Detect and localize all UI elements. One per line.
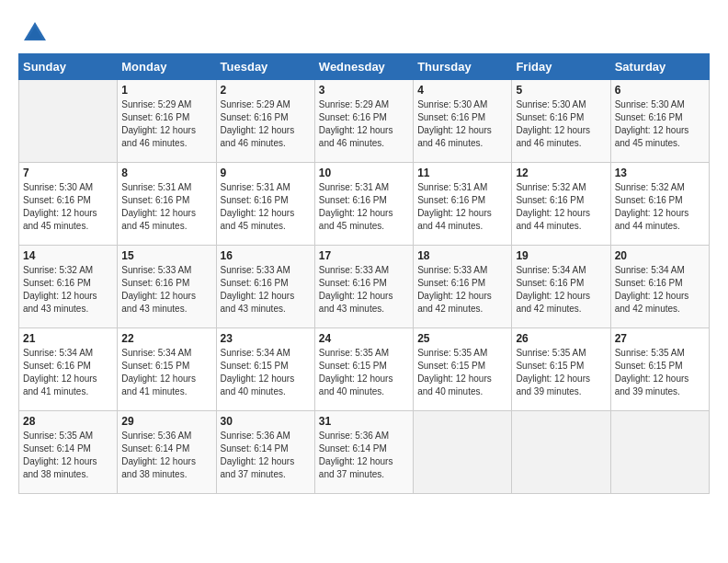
day-number: 24 <box>319 332 409 345</box>
day-number: 14 <box>23 249 113 262</box>
day-of-week-header: Wednesday <box>314 54 413 80</box>
header-row: SundayMondayTuesdayWednesdayThursdayFrid… <box>19 54 710 80</box>
day-number: 17 <box>319 249 409 262</box>
day-of-week-header: Monday <box>118 54 216 80</box>
calendar-cell: 8 Sunrise: 5:31 AMSunset: 6:16 PMDayligh… <box>118 163 216 246</box>
calendar-week-row: 7 Sunrise: 5:30 AMSunset: 6:16 PMDayligh… <box>19 163 710 246</box>
day-number: 18 <box>417 249 507 262</box>
day-number: 3 <box>319 84 409 97</box>
calendar-cell: 19 Sunrise: 5:34 AMSunset: 6:16 PMDaylig… <box>512 246 610 328</box>
calendar-cell: 15 Sunrise: 5:33 AMSunset: 6:16 PMDaylig… <box>118 246 216 328</box>
day-info: Sunrise: 5:36 AMSunset: 6:14 PMDaylight:… <box>319 430 409 481</box>
day-info: Sunrise: 5:36 AMSunset: 6:14 PMDaylight:… <box>121 430 211 481</box>
day-info: Sunrise: 5:35 AMSunset: 6:15 PMDaylight:… <box>319 347 409 398</box>
calendar-cell: 6 Sunrise: 5:30 AMSunset: 6:16 PMDayligh… <box>610 80 709 163</box>
calendar-week-row: 14 Sunrise: 5:32 AMSunset: 6:16 PMDaylig… <box>19 246 710 328</box>
day-info: Sunrise: 5:34 AMSunset: 6:16 PMDaylight:… <box>23 347 113 398</box>
calendar-cell: 4 Sunrise: 5:30 AMSunset: 6:16 PMDayligh… <box>414 80 512 163</box>
calendar-cell: 31 Sunrise: 5:36 AMSunset: 6:14 PMDaylig… <box>314 411 413 494</box>
day-of-week-header: Saturday <box>610 54 709 80</box>
day-number: 10 <box>319 167 409 179</box>
day-number: 31 <box>319 415 409 428</box>
calendar-cell <box>414 411 512 494</box>
calendar-cell: 11 Sunrise: 5:31 AMSunset: 6:16 PMDaylig… <box>414 163 512 246</box>
calendar-cell: 28 Sunrise: 5:35 AMSunset: 6:14 PMDaylig… <box>19 411 118 494</box>
day-number: 9 <box>221 167 311 179</box>
day-number: 30 <box>221 415 311 428</box>
day-info: Sunrise: 5:35 AMSunset: 6:15 PMDaylight:… <box>615 347 705 398</box>
day-number: 27 <box>615 332 705 345</box>
day-of-week-header: Thursday <box>414 54 512 80</box>
day-info: Sunrise: 5:35 AMSunset: 6:15 PMDaylight:… <box>417 347 507 398</box>
logo-icon <box>20 18 50 48</box>
day-number: 13 <box>615 167 705 179</box>
day-info: Sunrise: 5:32 AMSunset: 6:16 PMDaylight:… <box>23 264 113 316</box>
calendar-cell: 29 Sunrise: 5:36 AMSunset: 6:14 PMDaylig… <box>118 411 216 494</box>
day-number: 15 <box>121 249 211 262</box>
day-number: 21 <box>23 332 113 345</box>
calendar-cell: 17 Sunrise: 5:33 AMSunset: 6:16 PMDaylig… <box>314 246 413 328</box>
day-info: Sunrise: 5:30 AMSunset: 6:16 PMDaylight:… <box>516 98 606 150</box>
day-number: 23 <box>221 332 311 345</box>
calendar-cell: 10 Sunrise: 5:31 AMSunset: 6:16 PMDaylig… <box>314 163 413 246</box>
day-number: 2 <box>221 84 311 97</box>
calendar-cell: 30 Sunrise: 5:36 AMSunset: 6:14 PMDaylig… <box>216 411 314 494</box>
day-info: Sunrise: 5:31 AMSunset: 6:16 PMDaylight:… <box>319 181 409 233</box>
day-info: Sunrise: 5:33 AMSunset: 6:16 PMDaylight:… <box>221 264 311 316</box>
calendar-cell: 7 Sunrise: 5:30 AMSunset: 6:16 PMDayligh… <box>19 163 118 246</box>
calendar-cell: 21 Sunrise: 5:34 AMSunset: 6:16 PMDaylig… <box>19 328 118 411</box>
day-info: Sunrise: 5:31 AMSunset: 6:16 PMDaylight:… <box>121 181 211 233</box>
day-number: 5 <box>516 84 606 97</box>
calendar-body: 1 Sunrise: 5:29 AMSunset: 6:16 PMDayligh… <box>19 80 710 494</box>
day-info: Sunrise: 5:30 AMSunset: 6:16 PMDaylight:… <box>417 98 507 150</box>
calendar-cell: 14 Sunrise: 5:32 AMSunset: 6:16 PMDaylig… <box>19 246 118 328</box>
day-info: Sunrise: 5:32 AMSunset: 6:16 PMDaylight:… <box>516 181 606 233</box>
calendar-week-row: 21 Sunrise: 5:34 AMSunset: 6:16 PMDaylig… <box>19 328 710 411</box>
day-number: 26 <box>516 332 606 345</box>
day-number: 29 <box>121 415 211 428</box>
day-number: 20 <box>615 249 705 262</box>
day-number: 6 <box>615 84 705 97</box>
day-info: Sunrise: 5:33 AMSunset: 6:16 PMDaylight:… <box>121 264 211 316</box>
day-info: Sunrise: 5:34 AMSunset: 6:15 PMDaylight:… <box>121 347 211 398</box>
day-number: 16 <box>221 249 311 262</box>
day-number: 8 <box>121 167 211 179</box>
day-info: Sunrise: 5:29 AMSunset: 6:16 PMDaylight:… <box>319 98 409 150</box>
day-number: 7 <box>23 167 113 179</box>
day-of-week-header: Tuesday <box>216 54 314 80</box>
day-number: 4 <box>417 84 507 97</box>
calendar-cell: 23 Sunrise: 5:34 AMSunset: 6:15 PMDaylig… <box>216 328 314 411</box>
day-number: 11 <box>417 167 507 179</box>
day-number: 12 <box>516 167 606 179</box>
day-info: Sunrise: 5:34 AMSunset: 6:16 PMDaylight:… <box>516 264 606 316</box>
day-of-week-header: Friday <box>512 54 610 80</box>
calendar-week-row: 28 Sunrise: 5:35 AMSunset: 6:14 PMDaylig… <box>19 411 710 494</box>
calendar-cell: 18 Sunrise: 5:33 AMSunset: 6:16 PMDaylig… <box>414 246 512 328</box>
calendar-cell: 3 Sunrise: 5:29 AMSunset: 6:16 PMDayligh… <box>314 80 413 163</box>
calendar-cell: 12 Sunrise: 5:32 AMSunset: 6:16 PMDaylig… <box>512 163 610 246</box>
calendar-cell: 1 Sunrise: 5:29 AMSunset: 6:16 PMDayligh… <box>118 80 216 163</box>
calendar-cell <box>610 411 709 494</box>
calendar-header: SundayMondayTuesdayWednesdayThursdayFrid… <box>19 54 710 80</box>
day-info: Sunrise: 5:36 AMSunset: 6:14 PMDaylight:… <box>221 430 311 481</box>
day-info: Sunrise: 5:30 AMSunset: 6:16 PMDaylight:… <box>615 98 705 150</box>
day-info: Sunrise: 5:35 AMSunset: 6:14 PMDaylight:… <box>23 430 113 481</box>
page-header <box>18 18 710 48</box>
day-number: 1 <box>121 84 211 97</box>
calendar-cell: 24 Sunrise: 5:35 AMSunset: 6:15 PMDaylig… <box>314 328 413 411</box>
day-number: 19 <box>516 249 606 262</box>
calendar-cell <box>512 411 610 494</box>
calendar-cell: 16 Sunrise: 5:33 AMSunset: 6:16 PMDaylig… <box>216 246 314 328</box>
day-number: 25 <box>417 332 507 345</box>
calendar-cell: 25 Sunrise: 5:35 AMSunset: 6:15 PMDaylig… <box>414 328 512 411</box>
day-number: 28 <box>23 415 113 428</box>
calendar-cell: 20 Sunrise: 5:34 AMSunset: 6:16 PMDaylig… <box>610 246 709 328</box>
calendar-cell: 5 Sunrise: 5:30 AMSunset: 6:16 PMDayligh… <box>512 80 610 163</box>
day-info: Sunrise: 5:35 AMSunset: 6:15 PMDaylight:… <box>516 347 606 398</box>
day-info: Sunrise: 5:31 AMSunset: 6:16 PMDaylight:… <box>417 181 507 233</box>
day-of-week-header: Sunday <box>19 54 118 80</box>
day-info: Sunrise: 5:33 AMSunset: 6:16 PMDaylight:… <box>417 264 507 316</box>
day-info: Sunrise: 5:34 AMSunset: 6:15 PMDaylight:… <box>221 347 311 398</box>
calendar-table: SundayMondayTuesdayWednesdayThursdayFrid… <box>18 53 710 494</box>
calendar-cell: 27 Sunrise: 5:35 AMSunset: 6:15 PMDaylig… <box>610 328 709 411</box>
